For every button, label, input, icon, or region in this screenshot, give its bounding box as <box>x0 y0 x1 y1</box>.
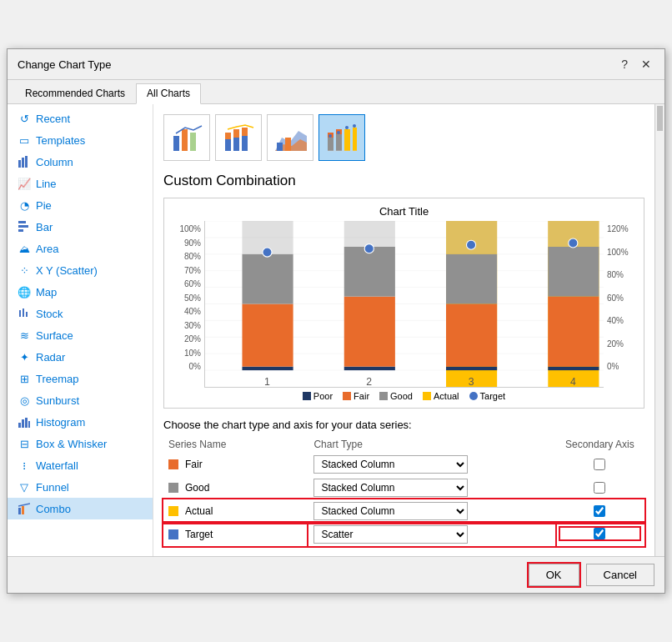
sidebar-item-combo[interactable]: Combo <box>8 498 153 519</box>
table-row: Actual Stacked Column Clustered Column L… <box>163 499 644 523</box>
col-header-axis: Secondary Axis <box>555 436 644 453</box>
dialog-title: Change Chart Type <box>18 58 112 71</box>
sidebar-item-sunburst[interactable]: ◎ Sunburst <box>8 389 153 411</box>
series-axis-good <box>555 476 644 499</box>
treemap-icon: ⊞ <box>18 372 31 385</box>
legend-label-poor: Poor <box>313 391 333 401</box>
pie-icon: ◔ <box>18 198 31 212</box>
funnel-icon: ▽ <box>18 480 31 494</box>
tab-recommended[interactable]: Recommended Charts <box>14 83 136 103</box>
sidebar-item-scatter[interactable]: ⁘ X Y (Scatter) <box>8 259 153 281</box>
sidebar-item-map[interactable]: 🌐 Map <box>8 281 153 303</box>
title-bar: Change Chart Type ? ✕ <box>8 49 664 80</box>
chart-preview: Chart Title 100% 90% 80% 70% 60% 50% 40%… <box>163 198 644 409</box>
sidebar-item-surface[interactable]: ≋ Surface <box>8 324 153 346</box>
svg-point-36 <box>337 131 340 134</box>
series-color-good <box>168 483 178 493</box>
chart-type-icon-4[interactable] <box>318 114 365 161</box>
chart-type-select-actual[interactable]: Stacked Column Clustered Column Line Sca… <box>313 502 468 520</box>
svg-rect-23 <box>242 136 248 151</box>
svg-text:1: 1 <box>264 376 270 387</box>
chart-type-select-fair[interactable]: Stacked Column Clustered Column Line Sca… <box>313 455 468 474</box>
sidebar-label-column: Column <box>36 156 73 168</box>
secondary-axis-checkbox-fair[interactable] <box>594 459 605 470</box>
scrollbar[interactable] <box>654 104 664 556</box>
histogram-icon <box>18 415 31 429</box>
svg-rect-17 <box>182 129 188 151</box>
svg-point-37 <box>345 126 349 129</box>
scrollbar-thumb[interactable] <box>657 106 663 131</box>
sidebar-item-stock[interactable]: Stock <box>8 303 153 324</box>
svg-rect-16 <box>173 136 179 151</box>
series-color-actual <box>168 506 178 516</box>
close-button[interactable]: ✕ <box>638 56 654 73</box>
svg-rect-20 <box>225 133 231 139</box>
tab-all-charts[interactable]: All Charts <box>136 83 201 104</box>
legend-color-fair <box>343 392 351 400</box>
chart-type-select-good[interactable]: Stacked Column Clustered Column Line Sca… <box>313 479 468 497</box>
svg-text:3: 3 <box>469 376 474 387</box>
chart-icons-row <box>163 114 644 161</box>
svg-rect-6 <box>19 310 21 317</box>
chart-type-icon-1[interactable] <box>163 114 210 161</box>
svg-rect-4 <box>18 225 28 228</box>
combo-icon <box>18 502 31 515</box>
legend-label-actual: Actual <box>434 391 459 401</box>
sidebar-label-treemap: Treemap <box>36 373 79 385</box>
dialog-footer: OK Cancel <box>8 556 664 593</box>
secondary-axis-checkbox-good[interactable] <box>594 482 605 494</box>
secondary-axis-checkbox-target[interactable] <box>594 528 605 539</box>
series-label-actual: Actual <box>185 505 213 517</box>
svg-rect-13 <box>18 508 21 514</box>
radar-icon: ✦ <box>18 350 31 364</box>
sunburst-icon: ◎ <box>18 394 31 407</box>
legend-color-target <box>469 392 478 400</box>
chart-type-icon-3[interactable] <box>267 114 313 161</box>
svg-point-69 <box>263 248 272 257</box>
sidebar-item-line[interactable]: 📈 Line <box>8 173 153 194</box>
svg-rect-27 <box>277 143 283 151</box>
sidebar-item-boxwhisker[interactable]: ⊟ Box & Whisker <box>8 433 153 454</box>
column-icon <box>18 155 31 168</box>
sidebar-item-pie[interactable]: ◔ Pie <box>8 194 153 216</box>
sidebar-item-treemap[interactable]: ⊞ Treemap <box>8 368 153 389</box>
series-name-good: Good <box>163 476 308 499</box>
sidebar-item-templates[interactable]: ▭ Templates <box>8 129 153 151</box>
svg-rect-18 <box>190 133 196 151</box>
series-type-fair[interactable]: Stacked Column Clustered Column Line Sca… <box>308 453 554 476</box>
legend-label-fair: Fair <box>354 391 369 401</box>
series-label-good: Good <box>185 482 209 494</box>
sidebar-item-column[interactable]: Column <box>8 151 153 173</box>
sidebar-item-radar[interactable]: ✦ Radar <box>8 346 153 368</box>
change-chart-type-dialog: Change Chart Type ? ✕ Recommended Charts… <box>7 48 665 594</box>
sidebar-label-radar: Radar <box>36 351 65 364</box>
series-type-good[interactable]: Stacked Column Clustered Column Line Sca… <box>308 476 554 499</box>
ok-button[interactable]: OK <box>529 564 579 586</box>
tabs-row: Recommended Charts All Charts <box>8 80 664 104</box>
sidebar-label-scatter: X Y (Scatter) <box>36 264 98 277</box>
sidebar-item-funnel[interactable]: ▽ Funnel <box>8 476 153 498</box>
map-icon: 🌐 <box>18 285 31 298</box>
sidebar-label-map: Map <box>36 286 57 298</box>
sidebar-label-surface: Surface <box>36 329 73 342</box>
series-type-target[interactable]: Stacked Column Clustered Column Line Sca… <box>308 523 554 546</box>
sidebar-item-waterfall[interactable]: ⫶ Waterfall <box>8 454 153 476</box>
table-row: Good Stacked Column Clustered Column Lin… <box>163 476 644 499</box>
sidebar-item-histogram[interactable]: Histogram <box>8 411 153 433</box>
stock-icon <box>18 307 31 320</box>
svg-rect-61 <box>446 367 497 370</box>
bar-icon <box>18 220 31 233</box>
sidebar-item-recent[interactable]: ↺ Recent <box>8 108 153 129</box>
chart-type-select-target[interactable]: Stacked Column Clustered Column Line Sca… <box>313 525 468 544</box>
cancel-button[interactable]: Cancel <box>586 564 654 586</box>
series-axis-fair <box>555 453 644 476</box>
help-button[interactable]: ? <box>618 56 631 73</box>
secondary-axis-checkbox-actual[interactable] <box>594 505 605 517</box>
chart-type-icon-2[interactable] <box>215 114 262 161</box>
svg-rect-12 <box>28 421 30 428</box>
svg-rect-65 <box>548 367 599 370</box>
sidebar-item-area[interactable]: ⛰ Area <box>8 238 153 259</box>
col-header-type: Chart Type <box>308 436 554 453</box>
series-type-actual[interactable]: Stacked Column Clustered Column Line Sca… <box>308 499 554 523</box>
sidebar-item-bar[interactable]: Bar <box>8 216 153 238</box>
